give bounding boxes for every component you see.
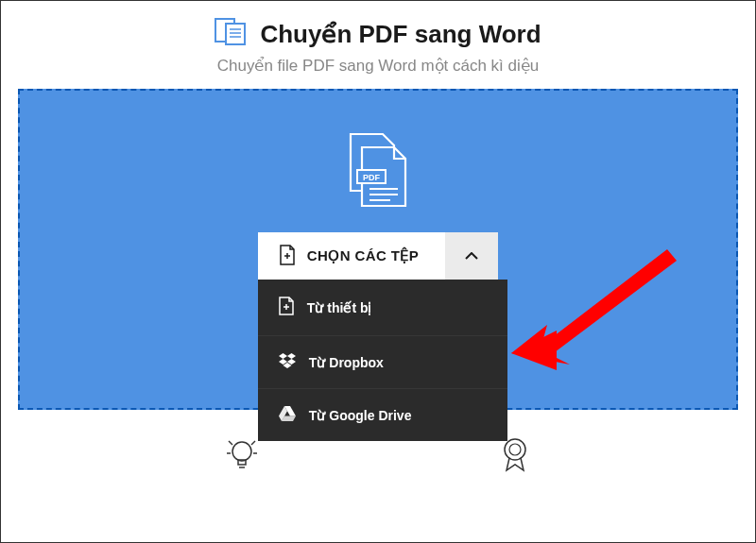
menu-item-label: Từ thiết bị: [307, 300, 372, 315]
annotation-arrow: [511, 232, 681, 378]
pdf-stack-icon: PDF: [345, 132, 411, 208]
menu-item-label: Từ Google Drive: [309, 408, 412, 423]
svg-marker-14: [279, 353, 287, 359]
svg-point-24: [232, 442, 251, 461]
file-dropzone[interactable]: PDF CHỌN CÁC TỆP: [18, 89, 738, 410]
svg-text:PDF: PDF: [363, 173, 381, 182]
page-title: Chuyển PDF sang Word: [260, 20, 541, 49]
lightbulb-icon: [226, 436, 258, 478]
svg-rect-1: [226, 24, 245, 44]
menu-item-gdrive[interactable]: Từ Google Drive: [258, 389, 507, 441]
svg-point-31: [509, 444, 521, 455]
svg-line-27: [251, 441, 255, 445]
svg-marker-23: [511, 331, 557, 370]
menu-item-dropbox[interactable]: Từ Dropbox: [258, 336, 507, 389]
menu-item-device[interactable]: Từ thiết bị: [258, 280, 507, 336]
dropdown-toggle-button[interactable]: [445, 232, 498, 280]
pdf-to-word-icon: [215, 18, 247, 50]
page-header: Chuyển PDF sang Word Chuyển file PDF san…: [1, 1, 755, 89]
menu-item-label: Từ Dropbox: [309, 355, 384, 370]
svg-marker-15: [287, 353, 296, 359]
choose-files-button[interactable]: CHỌN CÁC TỆP: [258, 232, 445, 280]
page-subtitle: Chuyển file PDF sang Word một cách kì di…: [1, 56, 755, 76]
chevron-up-icon: [465, 249, 478, 263]
file-add-icon: [279, 297, 294, 318]
google-drive-icon: [279, 406, 296, 424]
choose-files-group: CHỌN CÁC TỆP: [258, 232, 498, 280]
svg-point-30: [505, 439, 525, 460]
award-ribbon-icon: [499, 436, 531, 478]
dropbox-icon: [279, 353, 296, 371]
file-add-icon: [279, 245, 296, 268]
svg-line-26: [229, 441, 232, 445]
svg-marker-22: [511, 249, 677, 365]
choose-files-label: CHỌN CÁC TỆP: [307, 247, 419, 264]
source-menu: Từ thiết bị Từ Dropbox: [258, 280, 507, 441]
